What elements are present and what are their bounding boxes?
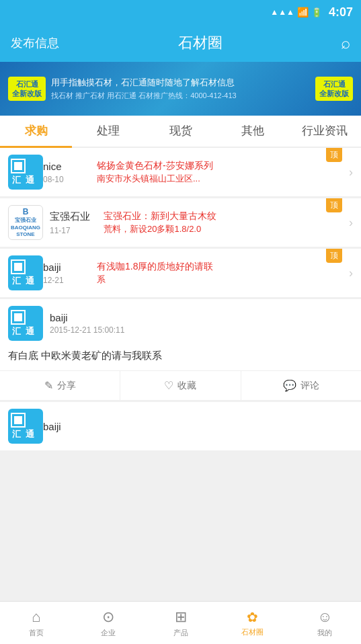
item-meta: baiji (43, 421, 90, 432)
action-bar: ✎ 分享 ♡ 收藏 💬 评论 (0, 370, 361, 400)
item-title-line1: 有浅咖1.8厚的质地好的请联 (97, 259, 346, 274)
comment-button[interactable]: 💬 评论 (241, 371, 361, 400)
tab-bar: 求购 处理 现货 其他 行业资讯 (0, 116, 361, 148)
mine-label: 我的 (317, 628, 332, 638)
item-title-line1: 铭扬金黄色石材-莎安娜系列 (97, 159, 346, 173)
chevron-right-icon: › (349, 266, 353, 280)
svg-text:通: 通 (26, 175, 35, 185)
logo-svg: 通 汇 (11, 159, 40, 186)
logo-svg: 通 汇 (11, 259, 40, 286)
enterprise-icon: ⊙ (102, 608, 114, 626)
list-item[interactable]: 通 汇 baiji 12-21 有浅咖1.8厚的质地好的请联 系 顶 › (0, 249, 361, 297)
avatar: 通 汇 (8, 409, 43, 444)
top-badge: 顶 (326, 198, 342, 212)
share-icon: ✎ (44, 379, 53, 392)
svg-text:通: 通 (26, 276, 35, 286)
share-button[interactable]: ✎ 分享 (0, 371, 120, 400)
tab-qiugou[interactable]: 求购 (0, 116, 72, 148)
bottom-nav-shicaiquan[interactable]: ✿ 石材圈 (216, 602, 288, 644)
avatar: 通 汇 (8, 155, 43, 190)
svg-rect-1 (14, 162, 22, 170)
item-date: 12-21 (43, 276, 90, 285)
item-date: 08-10 (43, 175, 90, 184)
svg-text:汇: 汇 (12, 175, 22, 185)
item-username: baiji (43, 421, 90, 432)
item-content: 宝强石业：新到大量古木纹 荒料，新设20多颗1.8/2.0 (104, 209, 346, 235)
top-badge: 顶 (326, 148, 342, 162)
tab-qita[interactable]: 其他 (216, 116, 288, 148)
item-meta: 宝强石业 11-17 (50, 210, 97, 235)
expanded-username: baiji (50, 312, 124, 323)
collect-label: 收藏 (177, 380, 196, 392)
svg-rect-13 (14, 416, 22, 424)
item-username: nice (43, 161, 90, 172)
home-label: 首页 (29, 628, 44, 638)
mine-icon: ☺ (317, 608, 332, 626)
shicaiquan-label: 石材圈 (241, 627, 264, 637)
list-item-partial[interactable]: 通 汇 baiji (0, 402, 361, 450)
svg-text:通: 通 (26, 326, 35, 336)
svg-text:汇: 汇 (12, 429, 22, 439)
chevron-right-icon: › (349, 165, 353, 179)
expanded-header: 通 汇 baiji 2015-12-21 15:00:11 (0, 299, 361, 345)
search-icon[interactable]: ⌕ (341, 34, 350, 52)
product-icon: ⊞ (175, 608, 187, 626)
banner-right-logo: 石汇通 全新改版 (315, 77, 353, 102)
wifi-icon: 📶 (297, 7, 309, 17)
avatar: 通 汇 (8, 255, 43, 290)
signal-icon: ▲▲▲ (270, 7, 294, 17)
tab-xianhuo[interactable]: 现货 (145, 116, 216, 148)
home-icon: ⌂ (32, 608, 40, 626)
item-title-line2: 系 (97, 274, 346, 286)
item-content: 有浅咖1.8厚的质地好的请联 系 (97, 259, 346, 286)
bottom-nav-product[interactable]: ⊞ 产品 (145, 602, 216, 644)
status-time: 4:07 (329, 5, 353, 19)
tab-hangye[interactable]: 行业资讯 (289, 116, 361, 148)
avatar: 通 汇 (8, 306, 43, 341)
publish-button[interactable]: 发布信息 (11, 35, 59, 51)
svg-rect-5 (14, 263, 22, 271)
enterprise-label: 企业 (101, 628, 116, 638)
bottom-nav: ⌂ 首页 ⊙ 企业 ⊞ 产品 ✿ 石材圈 ☺ 我的 (0, 601, 361, 644)
expanded-datetime: 2015-12-21 15:00:11 (50, 325, 124, 335)
svg-text:通: 通 (26, 429, 35, 439)
expanded-user-info: baiji 2015-12-21 15:00:11 (50, 312, 124, 335)
avatar: B 宝强石业 BAOQIANG STONE (8, 205, 43, 240)
expanded-text: 有白底 中欧米黄老矿的请与我联系 (0, 345, 361, 370)
bottom-nav-mine[interactable]: ☺ 我的 (289, 602, 361, 644)
item-username: baiji (43, 261, 90, 273)
item-meta: baiji 12-21 (43, 261, 90, 285)
logo-svg: 通 汇 (11, 310, 40, 337)
tab-chuli[interactable]: 处理 (72, 116, 144, 148)
logo-svg: 通 汇 (11, 413, 40, 440)
comment-icon: 💬 (283, 379, 296, 392)
content-list: 通 汇 nice 08-10 铭扬金黄色石材-莎安娜系列 南安市水头镇福山工业区… (0, 148, 361, 450)
battery-icon: 🔋 (311, 7, 322, 17)
status-bar: ▲▲▲ 📶 🔋 4:07 (0, 0, 361, 24)
product-label: 产品 (173, 628, 188, 638)
heart-icon: ♡ (164, 379, 173, 392)
item-content: 铭扬金黄色石材-莎安娜系列 南安市水头镇福山工业区... (97, 159, 346, 185)
shicaiquan-icon: ✿ (247, 609, 258, 625)
svg-text:汇: 汇 (12, 326, 22, 336)
item-meta: nice 08-10 (43, 161, 90, 184)
chevron-right-icon: › (349, 216, 353, 230)
share-label: 分享 (57, 380, 76, 392)
bottom-nav-enterprise[interactable]: ⊙ 企业 (72, 602, 144, 644)
svg-rect-9 (14, 313, 22, 321)
collect-button[interactable]: ♡ 收藏 (120, 371, 241, 400)
item-date: 11-17 (50, 226, 97, 235)
bottom-nav-home[interactable]: ⌂ 首页 (0, 602, 72, 644)
item-title-line2: 荒料，新设20多颗1.8/2.0 (104, 223, 346, 235)
top-badge: 顶 (326, 249, 342, 263)
banner-left-logo: 石汇通 全新改版 (8, 77, 46, 102)
top-nav: 发布信息 石材圈 ⌕ (0, 24, 361, 62)
svg-text:汇: 汇 (12, 276, 22, 286)
item-title-line2: 南安市水头镇福山工业区... (97, 173, 346, 185)
list-item[interactable]: 通 汇 nice 08-10 铭扬金黄色石材-莎安娜系列 南安市水头镇福山工业区… (0, 148, 361, 196)
item-username: 宝强石业 (50, 210, 97, 223)
list-item[interactable]: B 宝强石业 BAOQIANG STONE 宝强石业 11-17 宝强石业：新到… (0, 198, 361, 247)
banner-text: 用手指触摸石材，石汇通随时随地了解石材信息 找石材 推广石材 用石汇通 石材推广… (51, 76, 310, 102)
comment-label: 评论 (300, 380, 319, 392)
banner[interactable]: 石汇通 全新改版 用手指触摸石材，石汇通随时随地了解石材信息 找石材 推广石材 … (0, 62, 361, 116)
